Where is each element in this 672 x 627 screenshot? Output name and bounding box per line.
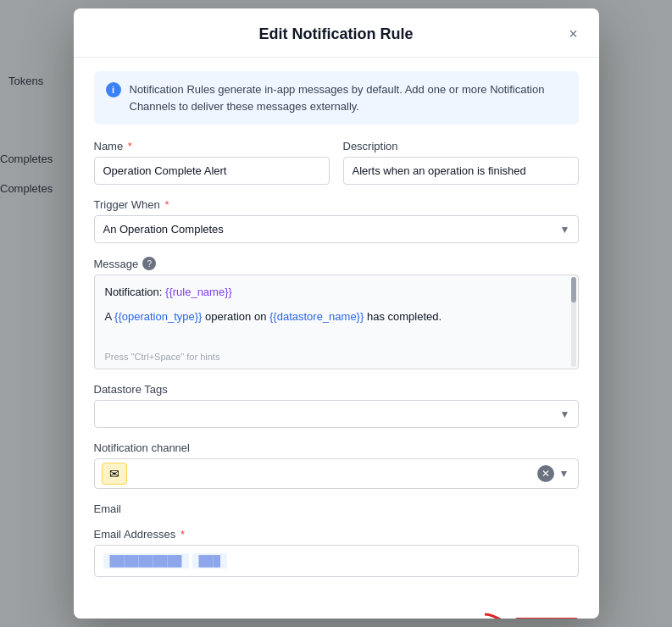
save-button[interactable]: Save xyxy=(514,618,579,619)
message-scrollbar[interactable] xyxy=(571,277,576,367)
edit-notification-rule-modal: Edit Notification Rule × i Notification … xyxy=(74,8,599,619)
message-content[interactable]: Notification: {{rule_name}} A {{operatio… xyxy=(95,275,578,352)
email-chip: ✉ xyxy=(102,463,127,485)
email-addresses-field[interactable]: ██████████ ███ xyxy=(94,545,579,577)
info-banner: i Notification Rules generate in-app mes… xyxy=(94,71,579,125)
trigger-select-wrapper: An Operation Completes ▼ xyxy=(94,215,579,243)
name-field-group: Name * xyxy=(94,140,330,185)
message-label-container: Message ? xyxy=(94,257,579,270)
message-line1: Notification: {{rule_name}} xyxy=(105,284,568,302)
description-field-group: Description xyxy=(343,140,579,185)
channel-actions: ✕ ▼ xyxy=(537,465,571,482)
datastore-name-var: {{datastore_name}} xyxy=(269,310,364,323)
modal-title: Edit Notification Rule xyxy=(259,25,414,42)
name-label: Name * xyxy=(94,140,330,153)
email-section: Email Email Addresses * ██████████ ███ xyxy=(94,502,579,577)
trigger-required-star: * xyxy=(162,198,169,211)
footer-right: Cancel Save xyxy=(453,618,579,619)
clear-channel-button[interactable]: ✕ xyxy=(537,465,554,482)
name-description-row: Name * Description xyxy=(94,140,579,185)
datastore-tags-select-wrapper: ▼ xyxy=(94,400,579,428)
message-area: Notification: {{rule_name}} A {{operatio… xyxy=(94,275,579,369)
datastore-tags-field-group: Datastore Tags ▼ xyxy=(94,383,579,428)
description-input[interactable] xyxy=(343,157,579,185)
email-required-star: * xyxy=(177,528,185,541)
modal-header: Edit Notification Rule × xyxy=(74,8,599,58)
datastore-tags-select[interactable] xyxy=(94,400,579,428)
datastore-tags-label: Datastore Tags xyxy=(94,383,579,396)
rule-name-var: {{rule_name}} xyxy=(165,286,232,298)
message-label: Message ? xyxy=(94,257,579,270)
email-section-label: Email xyxy=(94,502,579,515)
modal-overlay: Edit Notification Rule × i Notification … xyxy=(0,0,672,627)
channel-dropdown-button[interactable]: ▼ xyxy=(558,468,571,480)
trigger-field-group: Trigger When * An Operation Completes ▼ xyxy=(94,198,579,243)
notification-channel-field[interactable]: ✉ ✕ ▼ xyxy=(94,458,579,489)
message-help-icon[interactable]: ? xyxy=(142,257,156,270)
email-chip-icon: ✉ xyxy=(109,467,119,480)
info-icon: i xyxy=(106,82,121,97)
email-addresses-label: Email Addresses * xyxy=(94,528,579,541)
email-tag-2: ███ xyxy=(192,553,228,569)
message-scrollbar-thumb xyxy=(571,277,576,302)
notification-channel-label: Notification channel xyxy=(94,441,579,454)
notification-channel-field-group: Notification channel ✉ ✕ ▼ xyxy=(94,441,579,489)
operation-type-var: {{operation_type}} xyxy=(114,310,202,323)
name-required-star: * xyxy=(125,140,132,153)
info-text: Notification Rules generate in-app messa… xyxy=(130,81,567,114)
modal-footer: Test notification Cancel Save xyxy=(74,608,599,619)
message-line2: A {{operation_type}} operation on {{data… xyxy=(105,308,568,326)
trigger-select[interactable]: An Operation Completes xyxy=(94,215,579,243)
description-label: Description xyxy=(343,140,579,153)
message-hint: Press "Ctrl+Space" for hints xyxy=(95,352,578,369)
email-tag-1: ██████████ xyxy=(103,553,189,569)
message-field-group: Message ? Notification: {{rule_name}} A … xyxy=(94,257,579,369)
close-button[interactable]: × xyxy=(562,22,586,46)
modal-body: i Notification Rules generate in-app mes… xyxy=(74,58,599,608)
name-input[interactable] xyxy=(94,157,330,185)
trigger-label: Trigger When * xyxy=(94,198,579,211)
